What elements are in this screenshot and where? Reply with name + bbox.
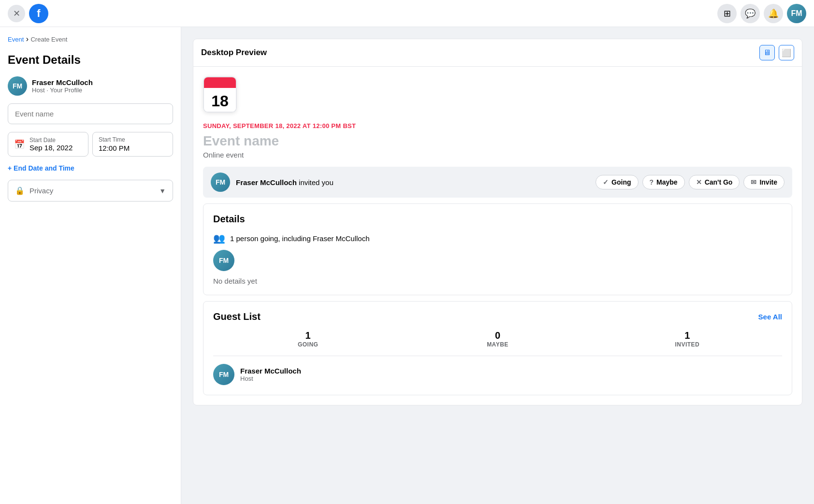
event-type: Online event bbox=[203, 151, 792, 159]
guest-list-section: Guest List See All 1 GOING 0 MAYBE bbox=[203, 301, 792, 395]
invite-host-name: Fraser McCulloch bbox=[236, 178, 297, 187]
details-section: Details 👥 1 person going, including Fras… bbox=[203, 203, 792, 295]
calendar-date-icon: 18 bbox=[203, 76, 237, 113]
main-layout: Event › Create Event Event Details FM Fr… bbox=[0, 27, 814, 504]
preview-view-icons: 🖥 ⬜ bbox=[759, 45, 794, 60]
host-avatar: FM bbox=[8, 76, 27, 96]
bell-icon: 🔔 bbox=[768, 8, 779, 19]
date-time-row: 📅 Start Date Sep 18, 2022 Start Time 12:… bbox=[8, 132, 173, 157]
guest-info: Fraser McCulloch Host bbox=[240, 367, 301, 382]
guest-row: FM Fraser McCulloch Host bbox=[213, 364, 782, 385]
grid-icon-button[interactable]: ⊞ bbox=[717, 4, 737, 23]
going-stat-label: GOING bbox=[298, 341, 319, 348]
start-date-field[interactable]: 📅 Start Date Sep 18, 2022 bbox=[8, 132, 88, 157]
maybe-count: 0 bbox=[495, 330, 500, 341]
nav-left: ✕ f bbox=[8, 4, 48, 23]
lock-icon: 🔒 bbox=[15, 186, 25, 195]
messenger-icon: 💬 bbox=[745, 8, 756, 19]
going-button[interactable]: ✓ Going bbox=[596, 175, 638, 189]
tablet-preview-button[interactable]: ⬜ bbox=[779, 45, 794, 60]
maybe-stat: 0 MAYBE bbox=[403, 330, 592, 348]
host-name: Fraser McCulloch bbox=[32, 78, 93, 86]
guest-role: Host bbox=[240, 375, 301, 382]
guest-list-header: Guest List See All bbox=[213, 311, 782, 322]
going-row: 👥 1 person going, including Fraser McCul… bbox=[213, 232, 782, 244]
x-circle-icon: ✕ bbox=[696, 178, 702, 186]
notification-icon-button[interactable]: 🔔 bbox=[764, 4, 783, 23]
host-info: Fraser McCulloch Host · Your Profile bbox=[32, 78, 93, 94]
breadcrumb-event-link[interactable]: Event bbox=[8, 36, 24, 43]
event-date-string: SUNDAY, SEPTEMBER 18, 2022 AT 12:00 PM B… bbox=[203, 122, 792, 130]
envelope-icon: ✉ bbox=[751, 178, 756, 186]
privacy-label: Privacy bbox=[29, 187, 154, 195]
breadcrumb: Event › Create Event bbox=[8, 35, 173, 43]
privacy-field[interactable]: 🔒 Privacy ▼ bbox=[8, 180, 173, 202]
right-panel: Desktop Preview 🖥 ⬜ 18 SUNDAY, SEP bbox=[181, 27, 814, 504]
invite-host-avatar: FM bbox=[211, 173, 230, 192]
event-name-input[interactable] bbox=[8, 103, 173, 124]
going-stat: 1 GOING bbox=[213, 330, 403, 348]
cant-go-button[interactable]: ✕ Can't Go bbox=[689, 175, 740, 189]
start-time-field[interactable]: Start Time 12:00 PM bbox=[92, 132, 173, 157]
close-button[interactable]: ✕ bbox=[8, 5, 25, 22]
desktop-icon: 🖥 bbox=[763, 48, 771, 57]
maybe-button[interactable]: ? Maybe bbox=[642, 175, 685, 189]
invited-stat-label: INVITED bbox=[675, 341, 699, 348]
end-date-time-link[interactable]: + End Date and Time bbox=[8, 164, 173, 172]
going-count: 1 bbox=[305, 330, 311, 341]
check-circle-icon: ✓ bbox=[603, 178, 609, 186]
desktop-preview-button[interactable]: 🖥 bbox=[759, 45, 775, 60]
start-date-value: Sep 18, 2022 bbox=[29, 144, 73, 152]
left-panel: Event › Create Event Event Details FM Fr… bbox=[0, 27, 181, 504]
guest-name: Fraser McCulloch bbox=[240, 367, 301, 375]
preview-content: 18 SUNDAY, SEPTEMBER 18, 2022 AT 12:00 P… bbox=[193, 67, 802, 405]
see-all-link[interactable]: See All bbox=[758, 313, 782, 321]
preview-card: Desktop Preview 🖥 ⬜ 18 SUNDAY, SEP bbox=[193, 39, 802, 405]
maybe-stat-label: MAYBE bbox=[487, 341, 509, 348]
page-title: Event Details bbox=[8, 53, 173, 67]
going-text: 1 person going, including Fraser McCullo… bbox=[230, 234, 369, 243]
start-time-label: Start Time bbox=[99, 136, 167, 143]
breadcrumb-sep: › bbox=[24, 35, 30, 43]
chevron-down-icon: ▼ bbox=[159, 187, 166, 195]
breadcrumb-create: Create Event bbox=[30, 36, 67, 43]
no-details-text: No details yet bbox=[213, 277, 782, 285]
start-date-label: Start Date bbox=[29, 137, 73, 144]
guest-avatar: FM bbox=[213, 364, 234, 385]
invite-text: Fraser McCulloch invited you bbox=[236, 178, 590, 187]
details-host-avatar: FM bbox=[213, 250, 234, 271]
guest-list-title: Guest List bbox=[213, 311, 261, 322]
invite-bar: FM Fraser McCulloch invited you ✓ Going … bbox=[203, 167, 792, 198]
question-circle-icon: ? bbox=[650, 178, 654, 186]
invite-button[interactable]: ✉ Invite bbox=[743, 175, 785, 189]
cal-date-number: 18 bbox=[204, 88, 236, 113]
facebook-logo: f bbox=[29, 4, 48, 23]
calendar-icon: 📅 bbox=[14, 139, 25, 150]
host-label: Host · Your Profile bbox=[32, 86, 93, 94]
grid-icon: ⊞ bbox=[724, 8, 731, 19]
preview-title: Desktop Preview bbox=[201, 48, 267, 58]
divider bbox=[213, 356, 782, 356]
people-icon: 👥 bbox=[213, 232, 225, 244]
event-name-preview: Event name bbox=[203, 133, 792, 149]
details-title: Details bbox=[213, 214, 782, 225]
nav-icons: ⊞ 💬 🔔 FM bbox=[717, 4, 806, 23]
host-row: FM Fraser McCulloch Host · Your Profile bbox=[8, 76, 173, 96]
guest-stats: 1 GOING 0 MAYBE 1 INVITED bbox=[213, 330, 782, 348]
invite-buttons: ✓ Going ? Maybe ✕ Can't Go ✉ bbox=[596, 175, 785, 189]
user-avatar-nav[interactable]: FM bbox=[787, 4, 806, 23]
cal-top-bar bbox=[204, 77, 236, 88]
start-time-value: 12:00 PM bbox=[99, 144, 167, 152]
top-nav: ✕ f ⊞ 💬 🔔 FM bbox=[0, 0, 814, 27]
preview-header: Desktop Preview 🖥 ⬜ bbox=[193, 39, 802, 67]
messenger-icon-button[interactable]: 💬 bbox=[741, 4, 760, 23]
invited-stat: 1 INVITED bbox=[593, 330, 782, 348]
tablet-icon: ⬜ bbox=[782, 48, 791, 58]
invited-count: 1 bbox=[684, 330, 690, 341]
